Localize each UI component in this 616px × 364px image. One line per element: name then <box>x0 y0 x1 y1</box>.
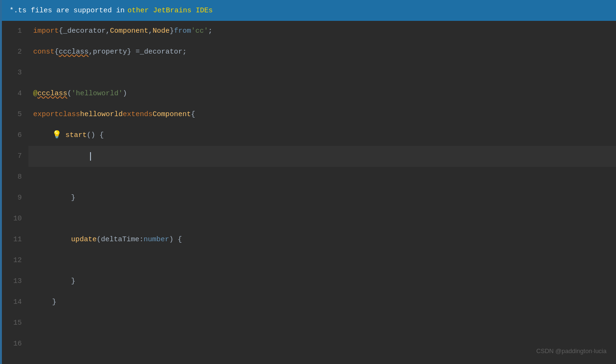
code-line-5: export class helloworld extends Componen… <box>28 104 616 125</box>
banner-link[interactable]: other JetBrains IDEs <box>127 7 213 15</box>
line-num-8: 8 <box>18 167 22 188</box>
lightbulb-icon: 💡 <box>52 129 62 142</box>
line-num-5: 5 <box>18 104 22 125</box>
line-num-3: 3 <box>18 63 22 83</box>
line-num-16: 16 <box>13 334 22 355</box>
code-line-1: import { _decorator , Component , Node }… <box>28 21 616 42</box>
left-accent-bar <box>0 0 2 364</box>
line-num-14: 14 <box>13 292 22 313</box>
line-num-4: 4 <box>18 83 22 104</box>
line-num-6: 6 <box>18 125 22 146</box>
code-line-14: } <box>28 292 616 313</box>
line-num-10: 10 <box>13 209 22 229</box>
editor-area: 1 2 3 4 5 6 7 8 9 10 11 12 13 14 15 16 i… <box>0 21 616 364</box>
text-cursor <box>90 152 91 161</box>
line-num-13: 13 <box>13 271 22 292</box>
code-line-11: update ( deltaTime : number ) { <box>28 229 616 250</box>
code-line-15 <box>28 313 616 334</box>
watermark: CSDN @paddington·lucia <box>536 347 607 355</box>
line-num-11: 11 <box>13 229 22 250</box>
line-num-7: 7 <box>18 146 22 167</box>
code-line-12 <box>28 250 616 271</box>
line-num-15: 15 <box>13 313 22 334</box>
token-from: from <box>174 26 191 37</box>
line-num-9: 9 <box>18 188 22 209</box>
code-line-6: 💡 start() { <box>28 125 616 146</box>
code-line-10 <box>28 209 616 229</box>
line-num-12: 12 <box>13 250 22 271</box>
line-numbers: 1 2 3 4 5 6 7 8 9 10 11 12 13 14 15 16 <box>0 21 28 364</box>
line-num-1: 1 <box>18 21 22 42</box>
token-import: import <box>33 26 59 37</box>
code-line-4: @ccclass('helloworld') <box>28 83 616 104</box>
code-line-8 <box>28 167 616 188</box>
code-content[interactable]: import { _decorator , Component , Node }… <box>28 21 616 364</box>
code-line-7[interactable] <box>28 146 616 167</box>
banner-text: *.ts files are supported in <box>9 7 125 15</box>
code-line-13: } <box>28 271 616 292</box>
code-line-16 <box>28 334 616 355</box>
top-banner: *.ts files are supported in other JetBra… <box>0 0 616 21</box>
line-num-2: 2 <box>18 42 22 63</box>
code-line-2: const { ccclass , property } = _decorato… <box>28 42 616 63</box>
code-line-9: } <box>28 188 616 209</box>
code-line-3 <box>28 63 616 83</box>
